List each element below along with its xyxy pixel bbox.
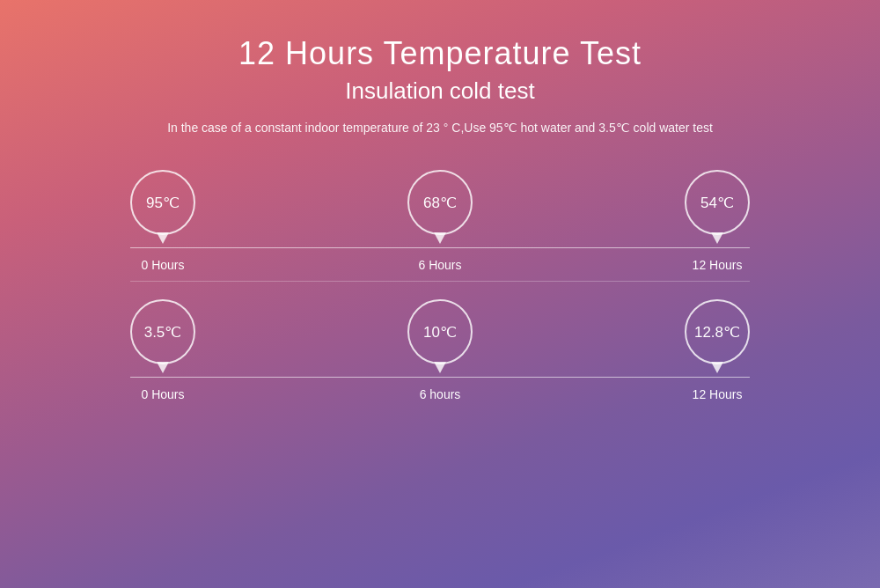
cold-label-1: 6 hours	[407, 387, 473, 401]
hot-label-0: 0 Hours	[130, 258, 195, 272]
cold-temp-2: 12.8℃	[694, 323, 740, 342]
hot-temp-0: 95℃	[146, 194, 180, 212]
hot-timeline-line	[130, 247, 750, 248]
cold-point-0: 3.5℃	[130, 299, 195, 364]
cold-timeline-line	[130, 377, 750, 378]
cold-bubble-2: 12.8℃	[685, 299, 750, 364]
cold-temp-0: 3.5℃	[144, 323, 182, 342]
main-title: 12 Hours Temperature Test	[238, 35, 642, 72]
hot-bubble-0: 95℃	[130, 170, 195, 235]
cold-point-2: 12.8℃	[685, 299, 750, 364]
cold-temp-1: 10℃	[423, 323, 457, 342]
hot-point-0: 95℃	[130, 170, 195, 235]
cold-label-2: 12 Hours	[685, 387, 750, 401]
description: In the case of a constant indoor tempera…	[167, 121, 713, 135]
cold-label-0: 0 Hours	[130, 387, 195, 401]
cold-test-row: 3.5℃ 10℃ 12.8℃ 0 Hours 6 hours 12 Hours	[53, 299, 827, 401]
sub-title: Insulation cold test	[345, 77, 534, 105]
hot-point-1: 68℃	[407, 170, 473, 235]
cold-point-1: 10℃	[407, 299, 473, 364]
cold-bubbles-row: 3.5℃ 10℃ 12.8℃	[130, 299, 750, 364]
hot-point-2: 54℃	[685, 170, 750, 235]
hot-labels-row: 0 Hours 6 Hours 12 Hours	[130, 258, 750, 272]
cold-timeline-line-container	[130, 377, 750, 379]
main-background: 12 Hours Temperature Test Insulation col…	[0, 0, 880, 588]
cold-labels-row: 0 Hours 6 hours 12 Hours	[130, 387, 750, 401]
hot-label-2: 12 Hours	[685, 258, 750, 272]
hot-bubble-1: 68℃	[407, 170, 473, 235]
hot-label-1: 6 Hours	[407, 258, 473, 272]
divider-line	[130, 281, 750, 282]
hot-bubbles-row: 95℃ 68℃ 54℃	[130, 170, 750, 235]
cold-bubble-0: 3.5℃	[130, 299, 195, 364]
cold-bubble-1: 10℃	[407, 299, 473, 364]
hot-bubble-2: 54℃	[685, 170, 750, 235]
hot-temp-1: 68℃	[423, 194, 457, 212]
hot-timeline-line-container	[130, 247, 750, 249]
hot-test-row: 95℃ 68℃ 54℃ 0 Hours 6 Hours 12 Hours	[53, 170, 827, 272]
hot-temp-2: 54℃	[700, 194, 734, 212]
